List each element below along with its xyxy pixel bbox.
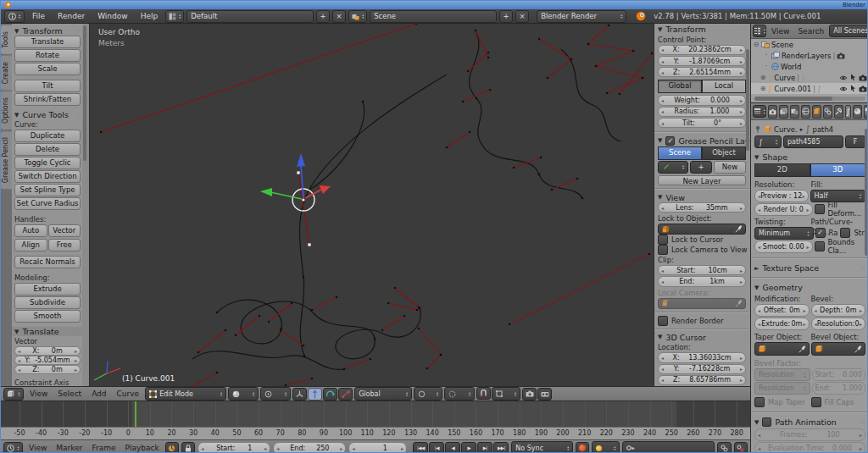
snap-element-select[interactable]: ▴▾ xyxy=(492,387,520,401)
properties-scrollbar[interactable] xyxy=(865,129,868,256)
frames-field[interactable]: ◂Frames: 100▸ xyxy=(754,428,865,441)
tab-curve-data[interactable]: ∫ xyxy=(845,105,851,119)
select-menu[interactable]: Select xyxy=(53,389,86,398)
subdivide-button[interactable]: Subdivide xyxy=(14,296,81,309)
delete-scene-button[interactable]: × xyxy=(515,10,529,23)
outliner-h-scrollbar[interactable] xyxy=(754,97,865,101)
timeline-ruler[interactable]: -50-40-30-20-100102030405060708090100110… xyxy=(1,427,750,439)
bevel-factor-start-field[interactable]: Start: 0.000 xyxy=(812,368,866,381)
jump-to-end-button[interactable]: ▶▶| xyxy=(493,442,509,453)
map-taper-checkbox[interactable]: Map Taper xyxy=(754,396,810,407)
local-button[interactable]: Local xyxy=(702,80,746,93)
transform-manipulator[interactable] xyxy=(260,153,331,246)
translate-button[interactable]: Translate xyxy=(14,36,81,48)
shrink-fatten-button[interactable]: Shrink/Fatten xyxy=(14,93,81,106)
gp-add-button[interactable]: + xyxy=(690,161,712,174)
visibility-eye-icon[interactable] xyxy=(839,75,848,81)
tab-texture[interactable] xyxy=(864,105,868,119)
eyedropper-icon[interactable] xyxy=(798,345,806,353)
rotate-button[interactable]: Rotate xyxy=(14,49,81,62)
timeline-track[interactable] xyxy=(1,401,750,427)
add-scene-button[interactable]: + xyxy=(499,10,513,23)
preview-resolution-field[interactable]: ◂ Preview : 12 ▸ xyxy=(754,190,809,202)
duplicate-button[interactable]: Duplicate xyxy=(14,130,81,142)
selectability-pointer-icon[interactable] xyxy=(850,85,856,92)
pivot-point-select[interactable]: ▴▾ xyxy=(260,387,291,401)
cursor-x-field[interactable]: ◂X: 13.36033cm▸ xyxy=(658,352,746,362)
menu-help[interactable]: Help xyxy=(136,12,164,20)
handles-vector-button[interactable]: Vector xyxy=(48,224,81,237)
twist-method-select[interactable]: Minimum ▴▾ xyxy=(754,227,814,240)
extrude-button[interactable]: Extrude xyxy=(14,283,81,296)
render-opengl-button[interactable] xyxy=(522,388,537,401)
editor-type-outliner-button[interactable]: ▴▾ xyxy=(753,25,766,37)
jump-to-prev-keyframe-button[interactable]: |◀ xyxy=(429,442,444,453)
tab-options[interactable]: Options xyxy=(1,91,12,130)
render-opengl-anim-button[interactable] xyxy=(537,388,552,401)
outliner-menu-search[interactable]: Search xyxy=(794,27,827,36)
path-animation-checkbox[interactable] xyxy=(762,417,771,427)
local-camera-field[interactable] xyxy=(658,298,746,309)
mode-select[interactable]: Edit Mode ▴▾ xyxy=(145,387,226,401)
toggle-cyclic-button[interactable]: Toggle Cyclic xyxy=(14,157,81,169)
cursor-z-field[interactable]: ◂Z: 8.65786mm▸ xyxy=(658,375,746,385)
current-frame-field[interactable]: ◂ 1▸ xyxy=(348,442,407,453)
tab-constraints[interactable] xyxy=(823,105,832,119)
gp-object-button[interactable]: Object xyxy=(702,146,746,160)
bounds-clamp-checkbox[interactable]: Bounds Cla... xyxy=(815,240,866,251)
fill-deform-checkbox[interactable]: Fill Deform... xyxy=(815,203,866,214)
auto-keyframe-button[interactable] xyxy=(576,442,589,453)
clip-end-field[interactable]: ◂End: 1km▸ xyxy=(658,276,746,286)
jump-to-next-keyframe-button[interactable]: ▶| xyxy=(477,442,492,453)
cursor-y-field[interactable]: ◂Y: -7.16228cm▸ xyxy=(658,364,746,374)
cp-z-field[interactable]: ◂Z: 2.65154mm▸ xyxy=(658,67,746,77)
evaluation-time-field[interactable]: ◂Evaluation Time: 0.000▸ xyxy=(754,442,865,453)
curve-menu[interactable]: Curve xyxy=(113,389,144,398)
proportional-edit-select[interactable]: ▴▾ xyxy=(444,387,475,401)
selectability-pointer-icon[interactable] xyxy=(850,74,856,81)
timeline-menu-playback[interactable]: Playback xyxy=(121,444,162,452)
gp-brush-select[interactable]: ▴▾ xyxy=(658,161,688,174)
manipulator-scale-button[interactable] xyxy=(338,388,353,401)
clip-start-field[interactable]: ◂Start: 10cm▸ xyxy=(658,265,746,275)
tab-world[interactable] xyxy=(801,105,810,119)
panel-translate-header[interactable]: ▼ Translate ∷ xyxy=(12,327,83,336)
tab-render-layers[interactable] xyxy=(779,105,788,119)
transform-orientation-select[interactable]: Global ▴▾ xyxy=(354,387,412,401)
twist-smooth-field[interactable]: ◂ Smoot: 0.00 ▸ xyxy=(754,240,813,253)
eyedropper-icon[interactable] xyxy=(854,345,862,353)
editor-type-timeline-button[interactable]: ▴▾ xyxy=(3,442,23,453)
datablock-name-field[interactable]: path4585 xyxy=(783,135,843,148)
panel-grease-pencil-header[interactable]: ▼ ✓ Grease Pencil Layers xyxy=(658,135,746,146)
insert-keyframe-button[interactable] xyxy=(717,442,731,453)
lock-to-cursor-checkbox[interactable]: Lock to Cursor xyxy=(658,235,746,245)
recalc-normals-button[interactable]: Recalc Normals xyxy=(14,256,81,268)
handles-free-button[interactable]: Free xyxy=(48,239,81,251)
set-curve-radius-button[interactable]: Set Curve Radius xyxy=(14,197,81,210)
radius-checkbox[interactable]: ✓ Ra xyxy=(815,227,838,238)
lock-time-button[interactable] xyxy=(181,442,195,453)
fake-user-button[interactable]: F xyxy=(845,135,865,148)
lock-camera-checkbox[interactable]: Lock Camera to View xyxy=(658,245,746,255)
fill-caps-checkbox[interactable]: Fill Caps xyxy=(811,396,866,407)
tab-tools[interactable]: Tools xyxy=(1,25,12,54)
set-spline-type-button[interactable]: Set Spline Type xyxy=(14,184,81,196)
delete-keyframe-button[interactable] xyxy=(734,442,748,453)
render-toggle-icon[interactable] xyxy=(837,52,845,59)
scene-name-field[interactable]: Scene xyxy=(370,10,497,23)
tab-modifiers[interactable] xyxy=(834,105,843,119)
breadcrumb-data[interactable]: path4 xyxy=(813,125,834,134)
datablock-browse-button[interactable]: ∫▴▾ xyxy=(754,135,782,148)
view-menu[interactable]: View xyxy=(25,389,52,398)
eyedropper-icon[interactable] xyxy=(735,225,743,233)
renderability-camera-icon[interactable] xyxy=(859,86,867,92)
manipulator-axis-button[interactable] xyxy=(292,388,307,401)
outliner-menu-view[interactable]: View xyxy=(768,27,793,36)
frame-start-field[interactable]: ◂Start: 1▸ xyxy=(198,442,270,453)
use-preview-range-button[interactable] xyxy=(165,442,179,453)
render-border-checkbox[interactable]: Render Border xyxy=(658,316,746,326)
panel-geometry-header[interactable]: ▼ Geometry ∷ xyxy=(754,281,865,294)
viewport-shading-select[interactable]: ▴▾ xyxy=(228,387,259,401)
panel-view-header[interactable]: ▼ View ∷ xyxy=(658,192,746,202)
editor-type-3dview-button[interactable]: ▴▾ xyxy=(3,388,24,401)
